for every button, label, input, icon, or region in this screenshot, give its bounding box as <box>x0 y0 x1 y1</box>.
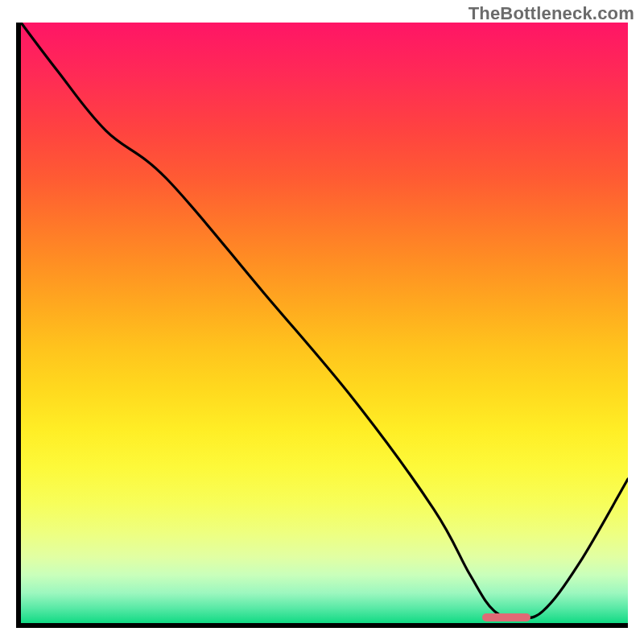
chart-container: TheBottleneck.com <box>0 0 644 644</box>
watermark-text: TheBottleneck.com <box>469 3 634 24</box>
optimal-marker <box>482 613 530 621</box>
plot-area <box>16 23 628 628</box>
bottleneck-curve <box>21 23 628 623</box>
